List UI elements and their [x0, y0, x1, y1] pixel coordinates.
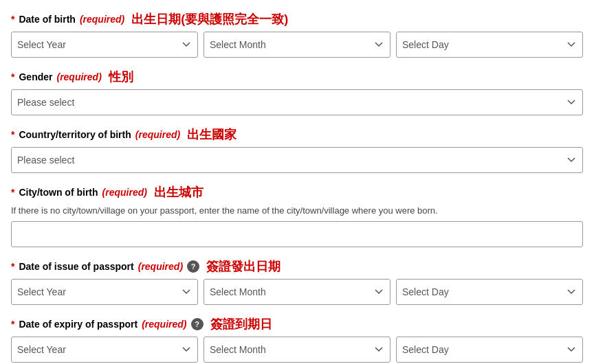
expiry-date-row: Select Year Select Month Select Day: [11, 337, 583, 363]
country-label: Country/territory of birth: [19, 129, 131, 140]
expiry-date-required: (required): [142, 319, 186, 330]
gender-asterisk: *: [11, 71, 14, 82]
expiry-year-select[interactable]: Select Year: [11, 337, 198, 363]
city-label-row: * City/town of birth (required) 出生城市: [11, 184, 583, 201]
dob-year-select[interactable]: Select Year: [11, 32, 198, 58]
issue-date-label: Date of issue of passport: [19, 261, 133, 272]
gender-select-wrapper: Please select: [11, 89, 583, 115]
issue-date-required: (required): [138, 261, 183, 272]
expiry-day-select[interactable]: Select Day: [396, 337, 583, 363]
gender-label: Gender: [19, 71, 52, 82]
dob-required: (required): [80, 14, 124, 25]
country-label-row: * Country/territory of birth (required) …: [11, 126, 583, 143]
issue-year-select[interactable]: Select Year: [11, 279, 198, 305]
gender-select[interactable]: Please select: [11, 89, 583, 115]
gender-label-row: * Gender (required) 性別: [11, 69, 583, 85]
expiry-date-chinese: 簽證到期日: [210, 316, 272, 332]
dob-asterisk: *: [11, 14, 14, 25]
dob-month-select[interactable]: Select Month: [204, 32, 390, 58]
city-chinese: 出生城市: [154, 184, 204, 201]
city-input[interactable]: [11, 221, 583, 247]
issue-day-select[interactable]: Select Day: [396, 279, 583, 305]
dob-date-row: Select Year Select Month Select Day: [11, 32, 583, 58]
gender-field-group: * Gender (required) 性別 Please select: [11, 69, 583, 115]
dob-label-row: * Date of birth (required) 出生日期(要與護照完全一致…: [11, 11, 583, 27]
dob-field-group: * Date of birth (required) 出生日期(要與護照完全一致…: [11, 11, 583, 58]
expiry-date-field-group: * Date of expiry of passport (required) …: [11, 316, 583, 363]
expiry-date-help-icon[interactable]: ?: [191, 318, 204, 330]
country-select-wrapper: Please select: [11, 147, 583, 173]
country-chinese: 出生國家: [187, 126, 236, 143]
issue-date-label-row: * Date of issue of passport (required) ?…: [11, 258, 583, 275]
gender-required: (required): [56, 71, 101, 82]
dob-label: Date of birth: [19, 14, 75, 25]
issue-date-row: Select Year Select Month Select Day: [11, 279, 583, 305]
city-required: (required): [102, 187, 147, 198]
expiry-date-label-row: * Date of expiry of passport (required) …: [11, 316, 583, 332]
gender-chinese: 性別: [109, 69, 133, 85]
city-hint: If there is no city/town/village on your…: [11, 205, 583, 217]
issue-date-help-icon[interactable]: ?: [187, 260, 199, 273]
expiry-date-label: Date of expiry of passport: [19, 319, 138, 330]
country-field-group: * Country/territory of birth (required) …: [11, 126, 583, 173]
city-asterisk: *: [11, 187, 14, 198]
country-required: (required): [135, 129, 180, 140]
city-field-group: * City/town of birth (required) 出生城市 If …: [11, 184, 583, 247]
city-label: City/town of birth: [19, 187, 98, 198]
country-select[interactable]: Please select: [11, 147, 583, 173]
issue-date-chinese: 簽證發出日期: [206, 258, 280, 275]
dob-day-select[interactable]: Select Day: [396, 32, 583, 58]
issue-month-select[interactable]: Select Month: [204, 279, 390, 305]
expiry-month-select[interactable]: Select Month: [204, 337, 390, 363]
issue-date-asterisk: *: [11, 261, 14, 272]
expiry-date-asterisk: *: [11, 319, 14, 330]
dob-chinese: 出生日期(要與護照完全一致): [131, 11, 288, 27]
country-asterisk: *: [11, 129, 14, 140]
issue-date-field-group: * Date of issue of passport (required) ?…: [11, 258, 583, 305]
